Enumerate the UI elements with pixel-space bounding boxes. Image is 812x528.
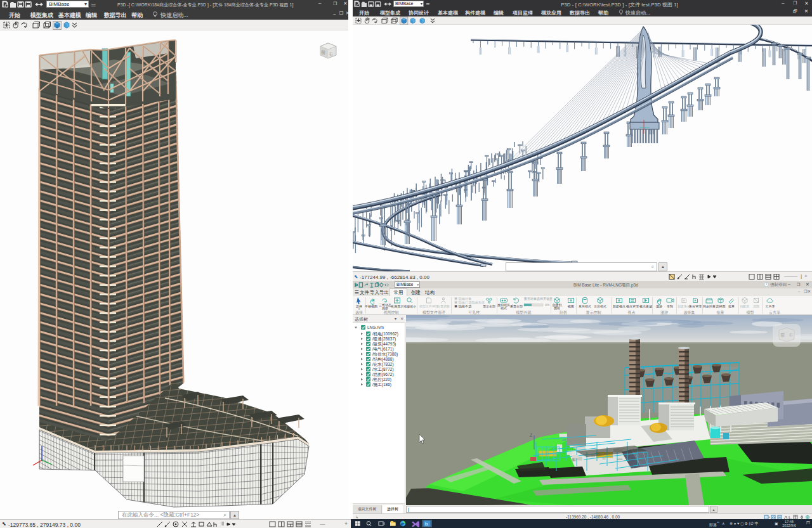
svg-text:/暖通(28637): /暖通(28637): [372, 337, 396, 342]
svg-text:Z: Z: [530, 433, 533, 437]
svg-text:前: 前: [780, 333, 785, 337]
svg-text:视图: 视图: [568, 304, 574, 309]
svg-text:同步回看: 同步回看: [703, 304, 716, 309]
svg-text:平移视图: 平移视图: [365, 304, 377, 309]
svg-text:右: 右: [789, 332, 793, 337]
svg-text:图形对象选择灵敏度: 图形对象选择灵敏度: [524, 297, 553, 301]
svg-text:模式: 模式: [501, 306, 507, 310]
svg-text:缩放减小: 缩放减小: [403, 304, 416, 309]
svg-text:录制: 录制: [667, 304, 673, 309]
svg-text:/总图(9672): /总图(9672): [372, 372, 394, 377]
svg-text:/施工(186): /施工(186): [372, 382, 391, 387]
svg-text:充满显示: 充满显示: [391, 304, 403, 309]
svg-text:正交模式: 正交模式: [594, 304, 606, 308]
svg-text:前: 前: [321, 50, 325, 55]
svg-text:位置调整: 位置调整: [436, 304, 450, 309]
svg-text:LNG.rvm: LNG.rvm: [367, 325, 384, 330]
svg-text:模型文件管理: 模型文件管理: [419, 304, 438, 309]
svg-text:创建集合: 创建集合: [678, 304, 690, 309]
svg-text:面框: 面框: [554, 306, 560, 311]
svg-text:集合管理: 集合管理: [689, 304, 702, 309]
svg-text:云共享: 云共享: [766, 304, 775, 308]
svg-text:新建视点: 新建视点: [613, 304, 625, 309]
svg-text:b: b: [425, 521, 428, 527]
svg-text:清除: 清除: [753, 304, 759, 309]
svg-text:/电气(6171): /电气(6171): [372, 347, 394, 352]
svg-text:真实模式: 真实模式: [579, 304, 591, 308]
svg-text:/建筑(44793): /建筑(44793): [372, 342, 396, 347]
svg-text:观察: 观察: [382, 306, 388, 311]
svg-text:0%: 0%: [545, 303, 550, 307]
svg-text:视点管理: 视点管理: [626, 304, 639, 309]
svg-text:/水工(8772): /水工(8772): [372, 367, 394, 372]
svg-text:重置全部: 重置全部: [510, 304, 523, 309]
svg-text:▣ 隐藏不选: ▣ 隐藏不选: [454, 304, 472, 309]
svg-text:/机电(100962): /机电(100962): [372, 332, 398, 337]
svg-text:找配套: 找配套: [740, 304, 750, 309]
svg-text:/给排水(7388): /给排水(7388): [372, 352, 398, 357]
svg-text:视点播放: 视点播放: [639, 304, 652, 309]
svg-text:显示全部: 显示全部: [483, 304, 495, 309]
svg-text:/热控(220): /热控(220): [372, 377, 391, 382]
svg-text:/化水(7832): /化水(7832): [372, 362, 394, 367]
svg-text:/结构(4888): /结构(4888): [372, 357, 394, 362]
svg-text:选择面: 选择面: [716, 304, 726, 309]
svg-text:批量: 批量: [728, 304, 735, 309]
svg-text:漫游: 漫游: [656, 304, 662, 309]
svg-text:右: 右: [329, 51, 333, 56]
